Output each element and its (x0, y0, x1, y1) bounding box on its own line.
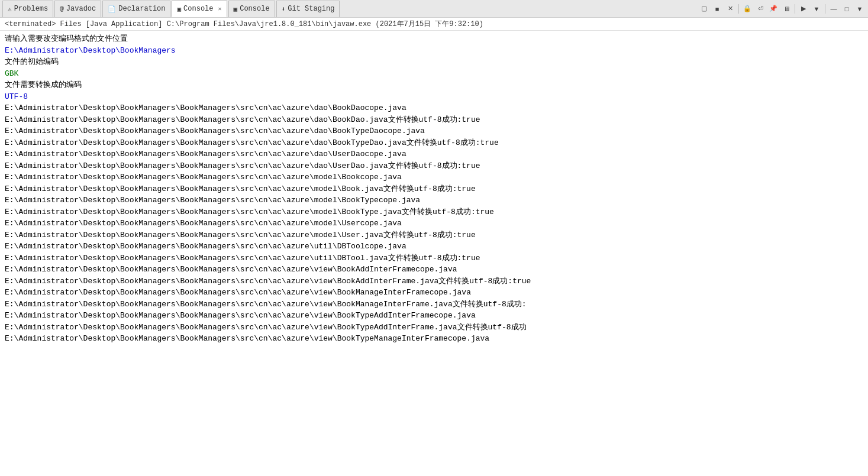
clear-console-button[interactable]: ▢ (698, 3, 710, 15)
console-line: E:\Administrator\Desktop\BookManagers\Bo… (5, 206, 863, 218)
tab-javadoc[interactable]: @ Javadoc (54, 1, 101, 17)
tab-problems[interactable]: ⚠ Problems (2, 1, 53, 17)
console-line: E:\Administrator\Desktop\BookManagers\Bo… (5, 299, 863, 310)
open-run-button[interactable]: ▼ (811, 3, 822, 15)
terminated-status: <terminated> Files [Java Application] C:… (0, 18, 868, 31)
console-line: E:\Administrator\Desktop\BookManagers\Bo… (5, 264, 863, 276)
tab-console2-label: Console (240, 5, 269, 13)
console1-icon: ▣ (177, 5, 181, 13)
console-line: E:\Administrator\Desktop\BookManagers\Bo… (5, 287, 863, 299)
view-menu-button[interactable]: ▼ (854, 3, 866, 15)
maximize-view-button[interactable]: □ (841, 3, 853, 15)
console-content[interactable]: 请输入需要改变编码格式的文件位置E:\Administrator\Desktop… (0, 31, 868, 476)
console-line: E:\Administrator\Desktop\BookManagers\Bo… (5, 183, 863, 195)
console-line: E:\Administrator\Desktop\BookManagers\Bo… (5, 276, 863, 287)
console-line: E:\Administrator\Desktop\BookManagers\Bo… (5, 171, 863, 183)
console-line: E:\Administrator\Desktop\BookManagers (5, 45, 863, 57)
stop-button[interactable]: ■ (711, 3, 723, 15)
tab-git-label: Git Staging (288, 5, 334, 13)
toolbar-sep3 (825, 4, 825, 14)
declaration-icon: 📄 (108, 5, 116, 13)
tab-console1-label: Console (183, 5, 213, 13)
tab-console2[interactable]: ▣ Console (228, 1, 275, 17)
tab-javadoc-label: Javadoc (66, 5, 96, 13)
toolbar-sep1 (738, 4, 739, 14)
console-line: E:\Administrator\Desktop\BookManagers\Bo… (5, 114, 863, 126)
open-console-button[interactable]: 🖥 (780, 3, 792, 15)
console-line: E:\Administrator\Desktop\BookManagers\Bo… (5, 160, 863, 172)
console-line: 请输入需要改变编码格式的文件位置 (5, 33, 863, 45)
console-line: E:\Administrator\Desktop\BookManagers\Bo… (5, 310, 863, 322)
tab-bar: ⚠ Problems @ Javadoc 📄 Declaration ▣ Con… (0, 0, 868, 18)
tab-problems-label: Problems (14, 5, 49, 13)
console-line: E:\Administrator\Desktop\BookManagers\Bo… (5, 241, 863, 252)
tab-git-staging[interactable]: ⬇ Git Staging (276, 1, 340, 17)
console-line: E:\Administrator\Desktop\BookManagers\Bo… (5, 148, 863, 160)
console-line: E:\Administrator\Desktop\BookManagers\Bo… (5, 229, 863, 241)
tab-declaration[interactable]: 📄 Declaration (102, 1, 170, 17)
console-line: E:\Administrator\Desktop\BookManagers\Bo… (5, 333, 863, 345)
tab-toolbar: ▢ ■ ✕ 🔒 ⏎ 📌 🖥 ▶ ▼ — □ ▼ (698, 3, 866, 15)
minimize-view-button[interactable]: — (828, 3, 840, 15)
word-wrap-button[interactable]: ⏎ (754, 3, 766, 15)
tab-console1[interactable]: ▣ Console ✕ (172, 1, 227, 17)
javadoc-icon: @ (60, 5, 64, 12)
git-icon: ⬇ (282, 5, 286, 13)
console-line: E:\Administrator\Desktop\BookManagers\Bo… (5, 218, 863, 229)
console-line: E:\Administrator\Desktop\BookManagers\Bo… (5, 102, 863, 114)
console-line: E:\Administrator\Desktop\BookManagers\Bo… (5, 252, 863, 264)
console-line: E:\Administrator\Desktop\BookManagers\Bo… (5, 195, 863, 206)
console-line: GBK (5, 68, 863, 80)
remove-launch-button[interactable]: ✕ (724, 3, 736, 15)
console2-icon: ▣ (234, 5, 238, 13)
console-line: E:\Administrator\Desktop\BookManagers\Bo… (5, 137, 863, 149)
tab-console1-close[interactable]: ✕ (218, 5, 222, 12)
console-line: 文件需要转换成的编码 (5, 79, 863, 91)
tab-declaration-label: Declaration (118, 5, 165, 13)
terminated-text: <terminated> Files [Java Application] C:… (5, 19, 483, 29)
console-line: E:\Administrator\Desktop\BookManagers\Bo… (5, 322, 863, 333)
run-last-button[interactable]: ▶ (798, 3, 809, 15)
console-line: 文件的初始编码 (5, 56, 863, 68)
eclipse-window: ⚠ Problems @ Javadoc 📄 Declaration ▣ Con… (0, 0, 868, 476)
problems-icon: ⚠ (8, 5, 12, 13)
pin-console-button[interactable]: 📌 (767, 3, 779, 15)
console-line: UTF-8 (5, 91, 863, 103)
console-line: E:\Administrator\Desktop\BookManagers\Bo… (5, 125, 863, 137)
scroll-lock-button[interactable]: 🔒 (741, 3, 753, 15)
toolbar-sep2 (795, 4, 795, 14)
